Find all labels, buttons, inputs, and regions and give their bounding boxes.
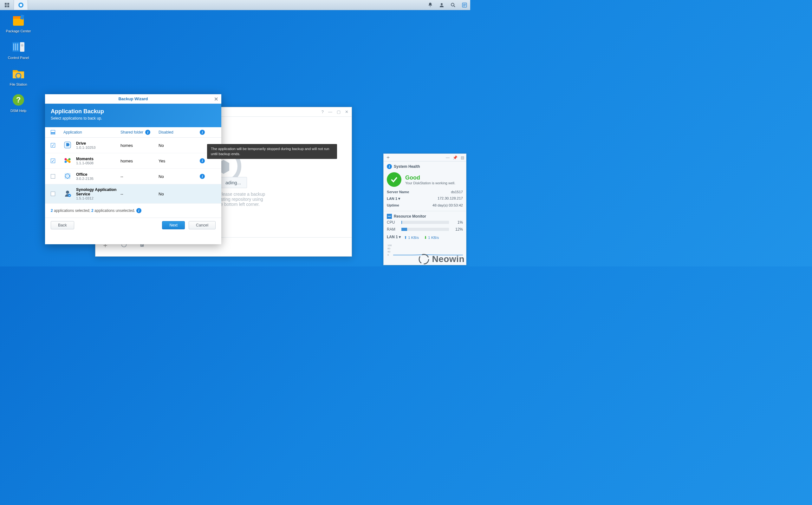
close-icon[interactable]: ✕ bbox=[345, 110, 348, 114]
widget-panel: ＋ — 📌 ▤ iSystem Health Good Your DiskSta… bbox=[383, 154, 466, 265]
desktop-icon-control-panel[interactable]: Control Panel bbox=[4, 39, 32, 60]
back-button[interactable]: Back bbox=[51, 221, 74, 229]
tooltip: The application will be temporarily stop… bbox=[207, 144, 337, 159]
app-name: Office bbox=[76, 172, 120, 177]
col-disabled[interactable]: Disabled bbox=[159, 130, 200, 135]
svg-rect-19 bbox=[15, 43, 16, 50]
chevron-down-icon[interactable]: ▾ bbox=[398, 197, 400, 200]
widget-dock-icon[interactable]: ▤ bbox=[461, 155, 464, 160]
ram-value: 12% bbox=[452, 227, 463, 231]
wizard-hero-title: Application Backup bbox=[51, 108, 216, 115]
svg-text:40: 40 bbox=[387, 250, 390, 253]
col-shared-folder[interactable]: Shared folder bbox=[120, 130, 143, 135]
dsm-help-icon: ? bbox=[11, 92, 26, 108]
col-application[interactable]: Application bbox=[63, 130, 120, 135]
svg-rect-0 bbox=[5, 3, 7, 5]
window-controls: ? — ▢ ✕ bbox=[321, 110, 348, 114]
close-icon[interactable]: ✕ bbox=[214, 96, 218, 102]
svg-rect-10 bbox=[463, 4, 466, 4]
system-health-title: System Health bbox=[394, 164, 420, 169]
show-desktop-button[interactable] bbox=[0, 0, 14, 10]
svg-point-40 bbox=[66, 191, 69, 194]
file-station-icon bbox=[11, 66, 26, 81]
app-name: Drive bbox=[76, 141, 120, 146]
user-icon[interactable] bbox=[439, 2, 445, 8]
info-icon: i bbox=[387, 164, 392, 169]
info-icon[interactable]: i bbox=[200, 158, 205, 163]
control-panel-icon bbox=[11, 39, 26, 54]
net-down: ⬇ 1 KB/s bbox=[424, 235, 439, 240]
svg-rect-20 bbox=[17, 43, 18, 50]
app-row[interactable]: Synology Application Service1.5.1-0312--… bbox=[45, 184, 221, 204]
svg-rect-11 bbox=[463, 5, 466, 5]
shared-folder-value: -- bbox=[120, 174, 159, 179]
shared-folder-value: homes bbox=[120, 159, 159, 163]
desktop-icon-package-center[interactable]: Package Center bbox=[4, 13, 32, 34]
wizard-selection-status: 2 applications selected; 2 applications … bbox=[45, 204, 221, 218]
svg-line-8 bbox=[454, 6, 455, 7]
cancel-button[interactable]: Cancel bbox=[189, 221, 216, 229]
cpu-value: 1% bbox=[452, 220, 463, 224]
server-name: ds1517 bbox=[451, 190, 463, 194]
maximize-icon[interactable]: ▢ bbox=[337, 110, 340, 114]
chevron-down-icon[interactable]: ▾ bbox=[399, 235, 401, 239]
row-checkbox[interactable] bbox=[51, 174, 55, 179]
svg-point-21 bbox=[21, 44, 23, 47]
app-name: Moments bbox=[76, 157, 120, 161]
desktop-icon-label: Package Center bbox=[6, 29, 31, 34]
row-checkbox[interactable] bbox=[51, 192, 55, 196]
app-version: 1.1.1-0508 bbox=[76, 161, 120, 165]
cpu-bar bbox=[401, 221, 449, 224]
widget-minimize-icon[interactable]: — bbox=[446, 155, 450, 160]
row-checkbox[interactable]: ✓ bbox=[51, 143, 55, 148]
info-icon[interactable]: i bbox=[200, 174, 205, 179]
help-icon[interactable]: ? bbox=[321, 110, 324, 114]
health-status: Good bbox=[405, 174, 455, 181]
desktop-icon-file-station[interactable]: File Station bbox=[4, 66, 32, 87]
top-bar bbox=[0, 0, 470, 10]
app-version: 3.0.2-2135 bbox=[76, 177, 120, 180]
row-checkbox[interactable]: ✓ bbox=[51, 159, 55, 163]
shared-folder-value: homes bbox=[120, 143, 159, 148]
svg-text:?: ? bbox=[16, 96, 21, 104]
desktop-icon-label: DSM Help bbox=[10, 109, 26, 113]
notifications-icon[interactable] bbox=[427, 2, 434, 8]
svg-rect-1 bbox=[7, 3, 9, 5]
desktop-icon-dsm-help[interactable]: ? DSM Help bbox=[4, 92, 32, 113]
svg-point-7 bbox=[451, 3, 454, 6]
info-icon[interactable]: i bbox=[145, 130, 150, 135]
svg-text:80: 80 bbox=[387, 247, 390, 250]
minimize-icon[interactable]: — bbox=[328, 110, 332, 114]
wizard-hero-subtitle: Select applications to back up. bbox=[51, 116, 216, 121]
watermark: Neowin bbox=[419, 254, 465, 265]
health-desc: Your DiskStation is working well. bbox=[405, 181, 455, 185]
app-version: 1.0.1-10253 bbox=[76, 146, 120, 149]
info-icon[interactable]: i bbox=[200, 130, 205, 135]
widgets-icon[interactable] bbox=[461, 2, 468, 8]
svg-rect-2 bbox=[5, 5, 7, 7]
wizard-table-header: ▬ Application Shared folderi Disabled i bbox=[45, 127, 221, 138]
next-button[interactable]: Next bbox=[162, 221, 185, 229]
select-all-checkbox[interactable]: ▬ bbox=[51, 130, 55, 135]
app-row[interactable]: Office3.0.2-2135--Noi bbox=[45, 169, 221, 184]
svg-point-37 bbox=[68, 161, 71, 163]
app-row[interactable]: ✓Moments1.1.1-0508homesYesi bbox=[45, 153, 221, 169]
svg-point-34 bbox=[65, 158, 67, 161]
wizard-footer: Back Next Cancel bbox=[45, 218, 221, 232]
svg-point-36 bbox=[65, 161, 67, 163]
lan-ip: 172.30.128.217 bbox=[438, 196, 463, 201]
widget-add-icon[interactable]: ＋ bbox=[385, 154, 390, 161]
svg-rect-17 bbox=[20, 42, 24, 52]
disabled-value: No bbox=[159, 174, 200, 179]
search-icon[interactable] bbox=[450, 2, 456, 8]
wizard-titlebar[interactable]: Backup Wizard ✕ bbox=[45, 94, 221, 104]
info-icon[interactable]: i bbox=[137, 208, 142, 213]
wizard-hero: Application Backup Select applications t… bbox=[45, 104, 221, 127]
app-row[interactable]: ✓Drive1.0.1-10253homesNo bbox=[45, 138, 221, 153]
sas-icon bbox=[63, 189, 72, 198]
widget-pin-icon[interactable]: 📌 bbox=[453, 155, 458, 160]
desktop-icons: Package Center Control Panel File Statio… bbox=[4, 13, 32, 113]
running-app-button[interactable] bbox=[14, 0, 28, 10]
disabled-value: Yes bbox=[159, 159, 200, 163]
svg-text:100: 100 bbox=[387, 244, 392, 247]
